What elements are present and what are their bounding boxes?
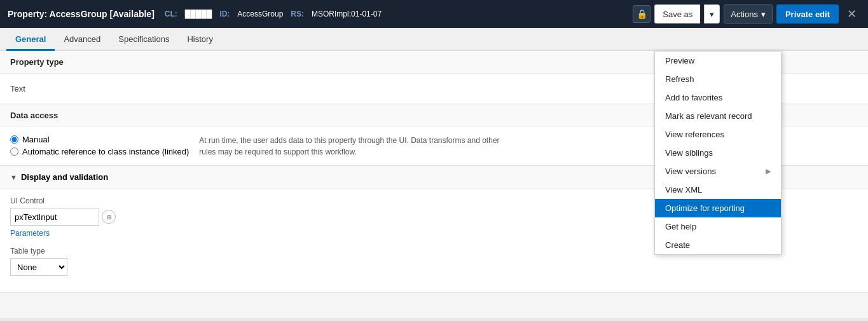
tab-specifications[interactable]: Specifications: [109, 29, 178, 51]
menu-item-view-versions[interactable]: View versions ▶: [655, 162, 781, 181]
cl-label: CL:: [165, 10, 177, 18]
actions-arrow-icon: ▾: [761, 10, 766, 19]
auto-radio[interactable]: [10, 147, 18, 156]
table-type-select[interactable]: None List Tree: [10, 258, 67, 276]
header-bar: Property: AccessGroup [Available] CL: ██…: [0, 0, 868, 28]
parameters-link[interactable]: Parameters: [10, 229, 50, 238]
tabs-bar: General Advanced Specifications History: [0, 28, 868, 51]
menu-item-get-help-label: Get help: [665, 222, 696, 231]
menu-item-preview[interactable]: Preview: [655, 51, 781, 70]
menu-item-optimize-reporting-label: Optimize for reporting: [665, 203, 745, 213]
id-value: AccessGroup: [237, 10, 283, 18]
menu-item-view-siblings[interactable]: View siblings: [655, 144, 781, 162]
tab-history[interactable]: History: [178, 29, 221, 51]
actions-label: Actions: [731, 10, 758, 19]
private-edit-button[interactable]: Private edit: [776, 4, 839, 24]
manual-radio[interactable]: [10, 135, 18, 144]
header-right: 🔒 Save as ▾ Actions ▾ Private edit ✕: [633, 4, 860, 24]
display-validation-title: Display and validation: [21, 172, 108, 182]
tab-general[interactable]: General: [6, 29, 55, 51]
lock-icon: 🔒: [633, 5, 651, 23]
ui-control-icon-button[interactable]: ⊕: [102, 210, 116, 224]
data-access-description: At run time, the user adds data to this …: [189, 135, 507, 158]
actions-button[interactable]: Actions ▾: [724, 4, 773, 24]
menu-item-optimize-reporting[interactable]: Optimize for reporting: [655, 199, 781, 217]
menu-item-refresh-label: Refresh: [665, 74, 694, 84]
rs-label: RS:: [291, 10, 304, 18]
auto-radio-option[interactable]: Automatic reference to class instance (l…: [10, 147, 189, 156]
menu-item-preview-label: Preview: [665, 56, 694, 65]
view-versions-arrow-icon: ▶: [766, 167, 771, 175]
rs-value: MSORImpl:01-01-07: [312, 10, 382, 18]
header-left: Property: AccessGroup [Available] CL: ██…: [8, 9, 382, 19]
menu-item-refresh[interactable]: Refresh: [655, 70, 781, 88]
close-button[interactable]: ✕: [843, 5, 860, 23]
menu-item-view-xml[interactable]: View XML: [655, 181, 781, 199]
menu-item-view-references[interactable]: View references: [655, 125, 781, 144]
auto-label: Automatic reference to class instance (l…: [22, 147, 189, 156]
cl-value: █████: [185, 10, 212, 18]
menu-item-add-favorites[interactable]: Add to favorites: [655, 88, 781, 107]
manual-label: Manual: [22, 135, 50, 144]
save-as-dropdown-button[interactable]: ▾: [704, 4, 720, 24]
menu-item-get-help[interactable]: Get help: [655, 217, 781, 236]
menu-item-create-label: Create: [665, 240, 690, 250]
tab-advanced[interactable]: Advanced: [55, 29, 109, 51]
collapse-chevron-icon: ▼: [10, 174, 17, 181]
menu-item-view-xml-label: View XML: [665, 185, 702, 195]
id-label: ID:: [219, 10, 230, 18]
main-content: Property type Text Data access Manual Au…: [0, 51, 868, 318]
actions-dropdown-menu: Preview Refresh Add to favorites Mark as…: [654, 51, 782, 255]
manual-radio-option[interactable]: Manual: [10, 135, 189, 144]
menu-item-mark-relevant[interactable]: Mark as relevant record: [655, 107, 781, 125]
menu-item-view-siblings-label: View siblings: [665, 148, 713, 158]
save-as-button[interactable]: Save as: [654, 4, 700, 24]
menu-item-view-versions-label: View versions: [665, 167, 716, 176]
ui-control-input[interactable]: [10, 208, 99, 226]
menu-item-mark-relevant-label: Mark as relevant record: [665, 111, 752, 121]
header-meta: CL: █████ ID: AccessGroup RS: MSORImpl:0…: [165, 10, 382, 18]
radio-labels: Manual Automatic reference to class inst…: [10, 135, 189, 156]
menu-item-create[interactable]: Create: [655, 236, 781, 254]
menu-item-add-favorites-label: Add to favorites: [665, 93, 722, 102]
page-title: Property: AccessGroup [Available]: [8, 9, 155, 19]
menu-item-view-references-label: View references: [665, 130, 724, 139]
